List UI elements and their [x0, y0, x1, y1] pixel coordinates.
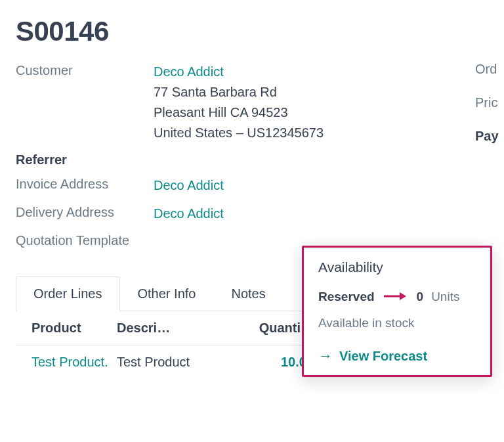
reserved-qty: 0 [417, 290, 424, 304]
col-quantity: Quanti… [228, 320, 314, 336]
order-number: S00146 [16, 16, 488, 47]
tab-other-info[interactable]: Other Info [120, 276, 214, 311]
arrow-right-icon: → [318, 347, 333, 365]
customer-label: Customer [16, 62, 154, 78]
svg-marker-1 [400, 292, 406, 300]
arrow-right-icon [383, 290, 406, 304]
tab-order-lines[interactable]: Order Lines [16, 276, 120, 311]
view-forecast-button[interactable]: → View Forecast [304, 338, 490, 375]
right-label-ord: Ord [475, 62, 504, 77]
tab-notes[interactable]: Notes [213, 276, 283, 311]
customer-address-line2: Pleasant Hill CA 94523 [154, 105, 288, 120]
delivery-address-link[interactable]: Deco Addict [154, 206, 224, 221]
col-description: Descri… [117, 320, 228, 336]
customer-address-line1: 77 Santa Barbara Rd [154, 85, 277, 99]
right-label-pay: Pay [475, 129, 504, 144]
reserved-unit: Units [431, 290, 459, 304]
invoice-address-label: Invoice Address [16, 175, 154, 192]
customer-address-line3: United States – US12345673 [154, 125, 324, 140]
popover-subtext: Available in stock [318, 316, 476, 330]
col-product: Product [32, 320, 117, 336]
invoice-address-link[interactable]: Deco Addict [154, 178, 224, 192]
view-forecast-label: View Forecast [339, 349, 427, 364]
reserved-label: Reserved [318, 290, 375, 304]
quotation-template-label: Quotation Template [16, 232, 154, 248]
row-product[interactable]: Test Product. [32, 355, 117, 371]
right-label-pric: Pric [475, 95, 504, 110]
referrer-label: Referrer [16, 151, 154, 167]
row-quantity[interactable]: 10.00 [228, 355, 314, 371]
customer-link[interactable]: Deco Addict [154, 64, 224, 79]
popover-title: Availability [318, 259, 476, 275]
row-description: Test Product [117, 355, 228, 371]
delivery-address-label: Delivery Address [16, 204, 154, 220]
availability-popover: Availability Reserved 0 Units Available … [302, 246, 492, 377]
